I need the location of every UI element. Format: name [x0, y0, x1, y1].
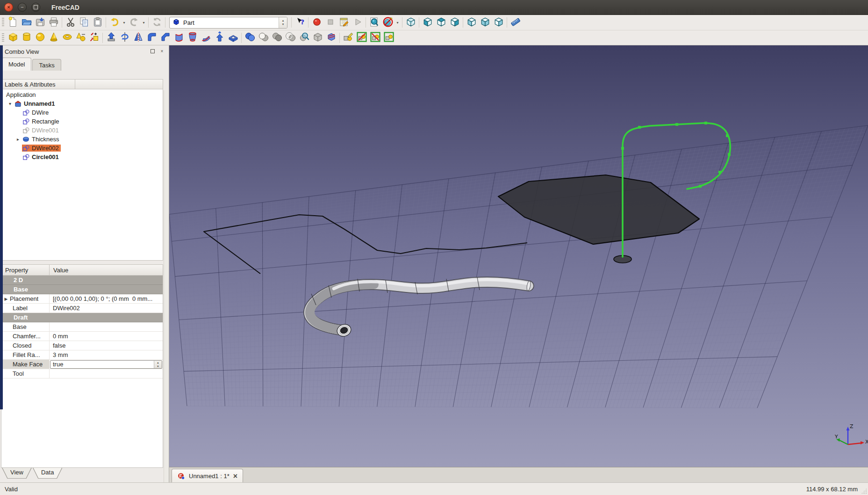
- property-row-tool[interactable]: Tool: [1, 369, 163, 379]
- torus-button[interactable]: [60, 31, 74, 44]
- property-row-base[interactable]: Base: [1, 322, 163, 332]
- sweep-button[interactable]: [199, 31, 213, 44]
- boolean-union-button[interactable]: [243, 31, 257, 44]
- 3d-scene-canvas[interactable]: Z X Y: [169, 45, 868, 467]
- property-value[interactable]: 3 mm: [50, 350, 163, 359]
- tab-data[interactable]: Data: [33, 468, 62, 479]
- view-top-button[interactable]: [434, 16, 448, 29]
- workbench-selector[interactable]: Part ▴▾: [169, 17, 287, 29]
- loft-button[interactable]: [186, 31, 199, 44]
- tree-item-circle001[interactable]: Circle001: [1, 153, 163, 161]
- wire-vertex-marker[interactable]: [638, 126, 641, 129]
- property-value[interactable]: DWire002: [50, 304, 163, 313]
- refresh-button[interactable]: [150, 16, 164, 29]
- wire-vertex-marker[interactable]: [621, 147, 624, 150]
- tree-item-unnamed1[interactable]: ▾Unnamed1: [1, 99, 163, 108]
- expander-icon[interactable]: ▸: [14, 137, 22, 142]
- tree-item-thickness[interactable]: ▸Thickness: [1, 135, 163, 144]
- wire-vertex-marker[interactable]: [726, 134, 729, 137]
- view-rear-button[interactable]: [465, 16, 478, 29]
- cross-section-button[interactable]: [284, 31, 297, 44]
- draw-style-dropdown[interactable]: ▾: [395, 16, 401, 29]
- macro-run-button[interactable]: [351, 16, 364, 29]
- undo-dropdown[interactable]: ▾: [121, 16, 127, 29]
- compound-cutout-button[interactable]: [382, 31, 395, 44]
- 3d-viewport[interactable]: Z X Y: [169, 45, 868, 467]
- minimize-window-button[interactable]: −: [18, 3, 27, 12]
- document-tab[interactable]: Unnamed1 : 1* ×: [172, 469, 243, 483]
- view-axonometric-button[interactable]: [404, 16, 417, 29]
- open-document-button[interactable]: [20, 16, 33, 29]
- tree-item-dwire002[interactable]: DWire002: [1, 144, 163, 153]
- value-editor[interactable]: true ▴▾: [50, 360, 162, 369]
- macro-stop-button[interactable]: [323, 16, 337, 29]
- tree-item-dwire[interactable]: DWire: [1, 108, 163, 117]
- cut-button[interactable]: [64, 16, 77, 29]
- make-compound-button[interactable]: [341, 31, 355, 44]
- property-row-placement[interactable]: ▶Placement [(0,00 0,00 1,00); 0 °; (0 mm…: [1, 294, 163, 304]
- property-value[interactable]: 0 mm: [50, 332, 163, 341]
- tab-tasks[interactable]: Tasks: [32, 59, 61, 71]
- box-button[interactable]: [6, 31, 20, 44]
- compound-embed-button[interactable]: [368, 31, 382, 44]
- maximize-window-button[interactable]: [31, 3, 40, 12]
- property-row-closed[interactable]: Closed false: [1, 341, 163, 350]
- property-table-header[interactable]: Property Value: [1, 265, 163, 276]
- draw-style-button[interactable]: [381, 16, 395, 29]
- property-row-make-face[interactable]: Make Face true ▴▾: [1, 360, 163, 369]
- close-panel-button[interactable]: ×: [159, 48, 165, 54]
- tab-model[interactable]: Model: [2, 58, 31, 71]
- redo-button[interactable]: [127, 16, 141, 29]
- float-panel-button[interactable]: [150, 48, 156, 54]
- property-row-chamfer-[interactable]: Chamfer... 0 mm: [1, 332, 163, 341]
- ruled-surface-button[interactable]: [172, 31, 186, 44]
- property-value[interactable]: [(0,00 0,00 1,00); 0 °; (0 mm 0 mm...: [50, 294, 163, 303]
- close-document-icon[interactable]: ×: [233, 473, 237, 480]
- property-value[interactable]: [50, 369, 163, 378]
- check-geometry-button[interactable]: [297, 31, 311, 44]
- boolean-cut-button[interactable]: [270, 31, 284, 44]
- wire-vertex-marker[interactable]: [718, 171, 721, 174]
- tree-column-header[interactable]: Labels & Attributes: [1, 79, 163, 89]
- property-row-label[interactable]: Label DWire002: [1, 304, 163, 313]
- defeaturing-button[interactable]: [311, 31, 324, 44]
- view-front-button[interactable]: [421, 16, 434, 29]
- sphere-button[interactable]: [33, 31, 47, 44]
- toolbar-grip[interactable]: [2, 33, 4, 43]
- close-window-button[interactable]: ×: [4, 3, 13, 12]
- macro-edit-button[interactable]: [337, 16, 351, 29]
- property-value[interactable]: [50, 322, 163, 331]
- tab-view[interactable]: View: [2, 468, 32, 479]
- offset-button[interactable]: [213, 31, 226, 44]
- view-left-button[interactable]: [492, 16, 505, 29]
- tree-item-rectangle[interactable]: Rectangle: [1, 117, 163, 126]
- save-document-button[interactable]: [33, 16, 47, 29]
- spinner-arrows-icon[interactable]: ▴▾: [154, 361, 162, 368]
- fit-all-button[interactable]: [367, 16, 381, 29]
- property-row-fillet-ra-[interactable]: Fillet Ra... 3 mm: [1, 350, 163, 360]
- create-primitives-button[interactable]: [74, 31, 87, 44]
- shape-builder-button[interactable]: [87, 31, 101, 44]
- tree-item-dwire001[interactable]: DWire001: [1, 126, 163, 135]
- cylinder-button[interactable]: [20, 31, 33, 44]
- resize-grip[interactable]: [861, 488, 867, 494]
- wire-vertex-marker[interactable]: [699, 185, 702, 188]
- cone-button[interactable]: [47, 31, 60, 44]
- measure-distance-button[interactable]: [509, 16, 522, 29]
- redo-dropdown[interactable]: ▾: [141, 16, 147, 29]
- wire-vertex-marker[interactable]: [728, 153, 731, 156]
- macro-record-button[interactable]: [310, 16, 323, 29]
- compound-connect-button[interactable]: [355, 31, 368, 44]
- revolve-button[interactable]: [118, 31, 131, 44]
- expander-icon[interactable]: ▾: [6, 101, 14, 106]
- wire-vertex-marker[interactable]: [675, 123, 678, 126]
- print-button[interactable]: [47, 16, 60, 29]
- view-right-button[interactable]: [448, 16, 461, 29]
- whats-this-button[interactable]: ?: [293, 16, 307, 29]
- fillet-button[interactable]: [145, 31, 158, 44]
- copy-button[interactable]: [77, 16, 91, 29]
- cross-sections-button[interactable]: [324, 31, 338, 44]
- view-bottom-button[interactable]: [478, 16, 492, 29]
- workbench-spinner-icon[interactable]: ▴▾: [279, 17, 287, 28]
- undo-button[interactable]: [108, 16, 121, 29]
